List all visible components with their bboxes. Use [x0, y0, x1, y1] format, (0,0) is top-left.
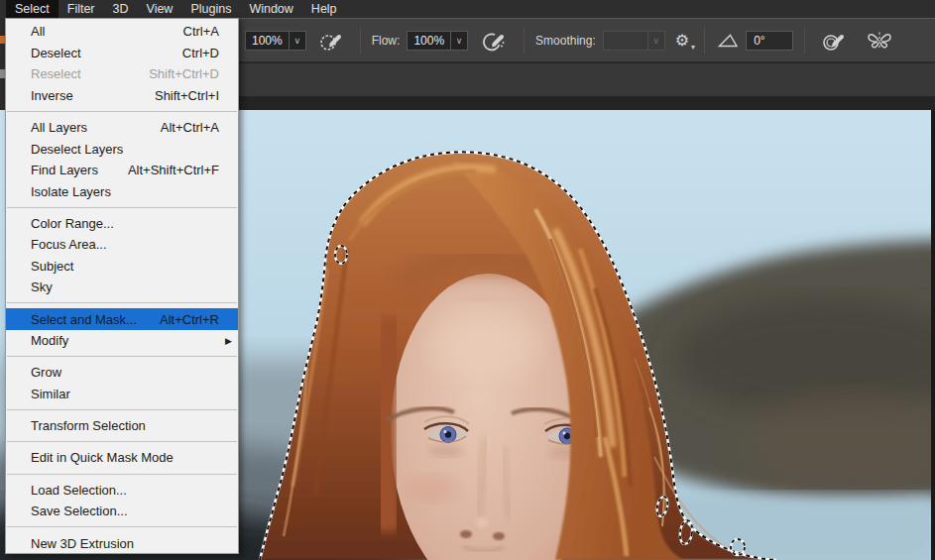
flow-label: Flow:: [372, 34, 401, 48]
menu-item-similar[interactable]: Similar: [6, 384, 238, 405]
menubar-item-view[interactable]: View: [138, 0, 182, 18]
menu-item-label: Save Selection...: [31, 504, 128, 518]
divider: [524, 27, 525, 54]
menu-item-label: Edit in Quick Mask Mode: [31, 450, 174, 465]
menu-item-load-selection[interactable]: Load Selection...: [6, 479, 238, 501]
menu-separator: [7, 474, 237, 475]
select-menu-panel: All Ctrl+A Deselect Ctrl+D Reselect Shif…: [5, 18, 239, 554]
menu-separator: [7, 409, 237, 410]
menubar-item-filter[interactable]: Filter: [58, 0, 104, 18]
divider: [704, 27, 705, 54]
menu-item-isolate-layers[interactable]: Isolate Layers: [6, 180, 238, 202]
menu-item-inverse[interactable]: Inverse Shift+Ctrl+I: [6, 85, 238, 107]
menu-separator: [7, 526, 237, 527]
menu-item-label: Deselect: [31, 46, 81, 60]
gear-icon: ⚙: [675, 32, 689, 49]
chevron-down-icon: ∨: [648, 31, 665, 51]
menu-item-sky[interactable]: Sky: [6, 277, 238, 298]
menu-item-label: Find Layers: [31, 163, 98, 177]
menu-item-label: All Layers: [31, 120, 87, 135]
airbrush-opacity-icon[interactable]: [318, 29, 344, 53]
menu-item-save-selection[interactable]: Save Selection...: [6, 501, 238, 522]
menu-separator: [7, 356, 237, 357]
menu-item-grow[interactable]: Grow: [6, 362, 238, 384]
menu-item-shortcut: Shift+Ctrl+D: [149, 66, 219, 81]
menu-item-label: Modify: [31, 333, 68, 348]
menu-item-label: Select and Mask...: [31, 312, 137, 327]
menu-item-shortcut: Shift+Ctrl+I: [155, 88, 219, 103]
airbrush-flow-icon[interactable]: [480, 29, 508, 53]
smoothing-label: Smoothing:: [535, 34, 596, 48]
menu-item-reselect: Reselect Shift+Ctrl+D: [6, 63, 238, 85]
menu-item-transform-selection[interactable]: Transform Selection: [6, 415, 238, 437]
menu-item-select-and-mask[interactable]: Select and Mask... Alt+Ctrl+R: [6, 308, 238, 330]
menu-item-label: Transform Selection: [31, 418, 146, 433]
submenu-arrow-icon: ▶: [225, 336, 232, 346]
menu-item-modify[interactable]: Modify ▶: [6, 330, 238, 352]
chevron-down-icon[interactable]: ∨: [290, 31, 306, 51]
menu-item-label: Load Selection...: [31, 483, 127, 498]
menu-item-all-layers[interactable]: All Layers Alt+Ctrl+A: [6, 117, 238, 139]
menu-item-all[interactable]: All Ctrl+A: [6, 21, 238, 43]
flow-value[interactable]: 100%: [407, 31, 451, 51]
caret-down-icon: ▾: [691, 44, 695, 52]
menu-item-label: Focus Area...: [31, 237, 107, 252]
menu-item-label: Inverse: [31, 88, 73, 103]
menu-item-shortcut: Ctrl+D: [182, 46, 219, 60]
menu-separator: [7, 441, 237, 442]
menubar-item-3d[interactable]: 3D: [104, 0, 138, 18]
menu-item-find-layers[interactable]: Find Layers Alt+Shift+Ctrl+F: [6, 160, 238, 181]
menu-item-deselect-layers[interactable]: Deselect Layers: [6, 138, 238, 160]
airbrush-pressure-icon[interactable]: [821, 29, 847, 53]
menu-item-deselect[interactable]: Deselect Ctrl+D: [6, 43, 238, 64]
menu-item-new-3d-extrusion[interactable]: New 3D Extrusion: [6, 532, 238, 554]
chevron-down-icon[interactable]: ∨: [451, 31, 468, 51]
divider: [804, 27, 805, 54]
opacity-dropdown[interactable]: 100% ∨: [245, 31, 306, 51]
menu-item-label: All: [31, 24, 45, 39]
brush-angle-icon: [716, 32, 740, 50]
menu-item-focus-area[interactable]: Focus Area...: [6, 234, 238, 256]
menubar-item-window[interactable]: Window: [240, 0, 301, 18]
menu-item-label: Deselect Layers: [31, 142, 123, 157]
menubar: Select Filter 3D View Plugins Window Hel…: [0, 0, 935, 18]
flow-dropdown[interactable]: 100% ∨: [407, 31, 468, 51]
menu-separator: [7, 111, 237, 112]
menu-item-label: Grow: [31, 365, 61, 380]
opacity-value[interactable]: 100%: [245, 31, 290, 51]
menu-item-label: Sky: [31, 280, 53, 294]
menu-item-shortcut: Alt+Ctrl+R: [160, 312, 219, 327]
smoothing-settings-button[interactable]: ⚙ ▾: [675, 33, 689, 49]
paint-symmetry-butterfly-icon[interactable]: [866, 29, 893, 53]
menu-item-label: New 3D Extrusion: [31, 536, 134, 551]
menu-item-label: Similar: [31, 387, 70, 401]
menu-separator: [7, 207, 237, 208]
menu-item-shortcut: Alt+Shift+Ctrl+F: [128, 163, 219, 177]
smoothing-dropdown: ∨: [603, 31, 665, 51]
menu-item-shortcut: Ctrl+A: [183, 24, 219, 39]
menu-item-label: Reselect: [31, 66, 81, 81]
menu-item-edit-in-quick-mask-mode[interactable]: Edit in Quick Mask Mode: [6, 447, 238, 469]
divider: [360, 27, 361, 54]
menubar-item-help[interactable]: Help: [302, 0, 346, 18]
menu-item-subject[interactable]: Subject: [6, 256, 238, 278]
menu-item-label: Subject: [31, 259, 73, 274]
menubar-item-select[interactable]: Select: [6, 0, 58, 18]
menu-item-label: Isolate Layers: [31, 184, 111, 199]
menu-item-color-range[interactable]: Color Range...: [6, 213, 238, 235]
menu-separator: [7, 302, 237, 303]
menu-item-shortcut: Alt+Ctrl+A: [161, 120, 219, 135]
menu-item-label: Color Range...: [31, 216, 114, 231]
smoothing-value: [603, 31, 648, 51]
brush-angle-field[interactable]: 0°: [746, 31, 793, 51]
menubar-item-plugins[interactable]: Plugins: [181, 0, 240, 18]
